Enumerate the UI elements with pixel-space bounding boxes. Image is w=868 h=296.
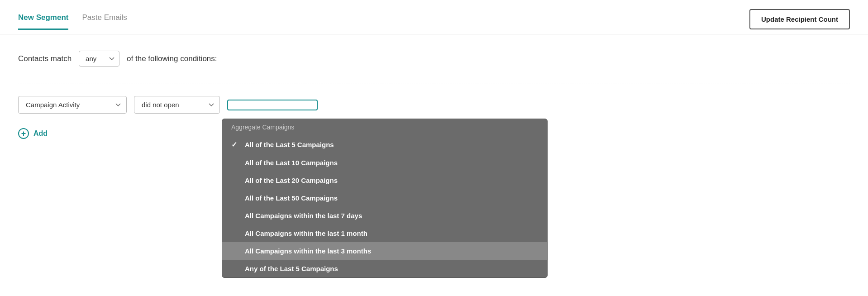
dropdown-item-any-last5[interactable]: Any of the Last 5 Campaigns	[222, 260, 547, 277]
aggregate-campaigns-dropdown: Aggregate Campaigns ✓ All of the Last 5 …	[222, 119, 548, 278]
dropdown-item-3months[interactable]: All Campaigns within the last 3 months	[222, 242, 547, 260]
separator	[18, 83, 850, 83]
dropdown-item-last20[interactable]: All of the Last 20 Campaigns	[222, 172, 547, 189]
match-select[interactable]: any all	[79, 51, 119, 67]
campaign-input-box[interactable]	[227, 100, 318, 110]
contacts-match-label: Contacts match	[18, 54, 72, 63]
dropdown-item-label: All Campaigns within the last 3 months	[245, 247, 371, 255]
dropdown-item-label: All Campaigns within the last 1 month	[245, 229, 367, 237]
campaign-activity-select[interactable]: Campaign Activity	[18, 96, 127, 114]
dropdown-section-header: Aggregate Campaigns	[222, 119, 547, 135]
dropdown-item-label: All of the Last 10 Campaigns	[245, 159, 338, 167]
dropdown-item-last5[interactable]: ✓ All of the Last 5 Campaigns	[222, 135, 547, 154]
conditions-row: Campaign Activity did not open opened cl…	[18, 96, 850, 114]
add-label: Add	[33, 129, 48, 138]
dropdown-item-label: All of the Last 5 Campaigns	[245, 141, 334, 148]
tab-paste-emails[interactable]: Paste Emails	[82, 13, 127, 30]
tabs: New Segment Paste Emails	[18, 13, 127, 30]
following-conditions-label: of the following conditions:	[127, 54, 217, 63]
dropdown-item-label: All of the Last 50 Campaigns	[245, 194, 338, 202]
contacts-match-row: Contacts match any all of the following …	[18, 51, 850, 67]
main-content: Contacts match any all of the following …	[0, 34, 868, 155]
dropdown-item-last10[interactable]: All of the Last 10 Campaigns	[222, 154, 547, 172]
add-icon: +	[18, 128, 29, 139]
checkmark-icon: ✓	[231, 140, 239, 149]
dropdown-item-label: Any of the Last 5 Campaigns	[245, 265, 338, 272]
tab-new-segment[interactable]: New Segment	[18, 13, 68, 30]
tab-bar: New Segment Paste Emails Update Recipien…	[0, 0, 868, 34]
dropdown-item-1month[interactable]: All Campaigns within the last 1 month	[222, 224, 547, 242]
dropdown-item-7days[interactable]: All Campaigns within the last 7 days	[222, 207, 547, 224]
update-recipient-count-button[interactable]: Update Recipient Count	[749, 9, 850, 29]
dropdown-item-last50[interactable]: All of the Last 50 Campaigns	[222, 189, 547, 207]
dropdown-item-label: All of the Last 20 Campaigns	[245, 177, 338, 184]
action-select[interactable]: did not open opened clicked bounced	[134, 96, 220, 114]
dropdown-item-label: All Campaigns within the last 7 days	[245, 212, 362, 220]
page-container: New Segment Paste Emails Update Recipien…	[0, 0, 868, 296]
